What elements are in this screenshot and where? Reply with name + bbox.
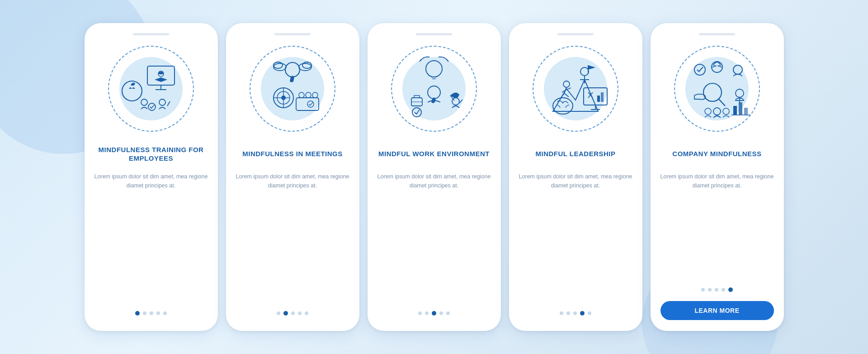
dot	[283, 311, 288, 316]
dot-indicators-3	[418, 311, 450, 316]
card-environment: MINDFUL WORK ENVIRONMENT Lorem ipsum dol…	[368, 23, 501, 331]
leadership-svg	[539, 53, 612, 125]
svg-point-9	[285, 62, 300, 77]
svg-rect-41	[597, 96, 600, 102]
meetings-svg	[256, 53, 329, 125]
dot	[305, 311, 308, 315]
card-company: COMPANY MINDFULNESS Lorem ipsum dolor si…	[651, 23, 784, 331]
svg-point-32	[580, 67, 589, 76]
learn-more-button[interactable]: LEARN MORE	[660, 301, 774, 320]
card-training: MINDFULNESS TRAINING FOR EMPLOYEES Lorem…	[85, 23, 218, 331]
svg-line-49	[566, 88, 571, 90]
dot	[722, 288, 725, 292]
svg-line-47	[564, 93, 569, 97]
dot	[708, 288, 712, 292]
dot-indicators-1	[135, 311, 167, 316]
dot	[560, 311, 563, 315]
svg-point-22	[312, 92, 318, 98]
dot-indicators-4	[560, 311, 591, 316]
svg-point-55	[713, 108, 721, 115]
phone-notch	[699, 33, 735, 35]
svg-point-12	[299, 63, 311, 71]
dot	[715, 288, 718, 292]
svg-line-31	[459, 100, 462, 103]
svg-line-54	[719, 99, 725, 106]
svg-point-51	[694, 64, 705, 75]
card-leadership: MINDFUL LEADERSHIP Lorem ipsum dolor sit…	[509, 23, 642, 331]
svg-rect-42	[601, 92, 604, 102]
svg-point-28	[412, 108, 421, 117]
card-title-training: MINDFULNESS TRAINING FOR EMPLOYEES	[94, 142, 208, 166]
svg-point-25	[428, 86, 440, 99]
svg-point-57	[705, 108, 711, 115]
dot	[728, 287, 733, 292]
dot	[446, 311, 450, 315]
dot	[439, 311, 443, 315]
illustration-meetings	[247, 43, 338, 134]
training-svg	[115, 53, 187, 125]
card-desc-leadership: Lorem ipsum dolor sit dim amet, mea regi…	[519, 172, 632, 190]
phone-notch	[557, 33, 594, 35]
dot	[566, 311, 570, 315]
phone-notch	[133, 33, 169, 35]
svg-rect-1	[147, 66, 175, 85]
card-desc-training: Lorem ipsum dolor sit dim amet, mea regi…	[94, 172, 208, 190]
dot	[298, 311, 302, 315]
card-title-environment: MINDFUL WORK ENVIRONMENT	[378, 142, 490, 166]
card-title-leadership: MINDFUL LEADERSHIP	[535, 142, 615, 166]
dot	[588, 311, 591, 315]
dot	[573, 311, 577, 315]
dot	[418, 311, 422, 315]
svg-point-6	[148, 103, 156, 110]
svg-point-62	[736, 89, 744, 97]
svg-point-10	[274, 63, 286, 71]
svg-line-46	[561, 93, 564, 98]
illustration-training	[106, 43, 196, 134]
dot	[143, 311, 146, 315]
dot	[425, 311, 429, 315]
svg-point-23	[307, 101, 314, 107]
svg-point-44	[563, 81, 570, 87]
dot	[291, 311, 295, 315]
dot	[150, 311, 153, 315]
svg-point-5	[141, 99, 147, 105]
illustration-leadership	[530, 43, 621, 134]
svg-point-52	[733, 65, 742, 74]
dot	[163, 311, 167, 315]
svg-point-20	[299, 92, 304, 98]
illustration-company	[672, 43, 762, 134]
svg-point-30	[452, 98, 459, 105]
dot	[580, 311, 585, 316]
cards-container: MINDFULNESS TRAINING FOR EMPLOYEES Lorem…	[75, 14, 793, 340]
card-desc-company: Lorem ipsum dolor sit dim amet, mea regi…	[660, 172, 774, 190]
svg-line-8	[167, 101, 170, 106]
card-desc-environment: Lorem ipsum dolor sit dim amet, mea regi…	[377, 172, 491, 190]
svg-rect-36	[584, 88, 607, 105]
svg-point-21	[306, 92, 311, 98]
phone-notch	[416, 33, 452, 35]
card-meetings: MINDFULNESS IN MEETINGS Lorem ipsum dolo…	[226, 23, 359, 331]
card-title-meetings: MINDFULNESS IN MEETINGS	[242, 142, 343, 166]
svg-rect-59	[739, 102, 742, 115]
svg-point-7	[159, 99, 165, 105]
company-svg	[681, 53, 753, 125]
dot	[135, 311, 140, 316]
phone-notch	[274, 33, 311, 35]
card-title-company: COMPANY MINDFULNESS	[672, 142, 761, 166]
dot	[277, 311, 280, 315]
svg-point-24	[426, 61, 442, 77]
card-desc-meetings: Lorem ipsum dolor sit dim amet, mea regi…	[236, 172, 349, 190]
environment-svg	[398, 53, 470, 125]
dot	[156, 311, 160, 315]
dot-indicators-5	[701, 287, 733, 292]
illustration-environment	[389, 43, 479, 134]
dot	[701, 288, 705, 292]
svg-point-56	[723, 108, 729, 115]
svg-rect-60	[744, 108, 748, 115]
dot-indicators-2	[277, 311, 308, 316]
svg-point-53	[703, 83, 722, 101]
svg-rect-58	[733, 106, 737, 115]
dot	[432, 311, 436, 316]
